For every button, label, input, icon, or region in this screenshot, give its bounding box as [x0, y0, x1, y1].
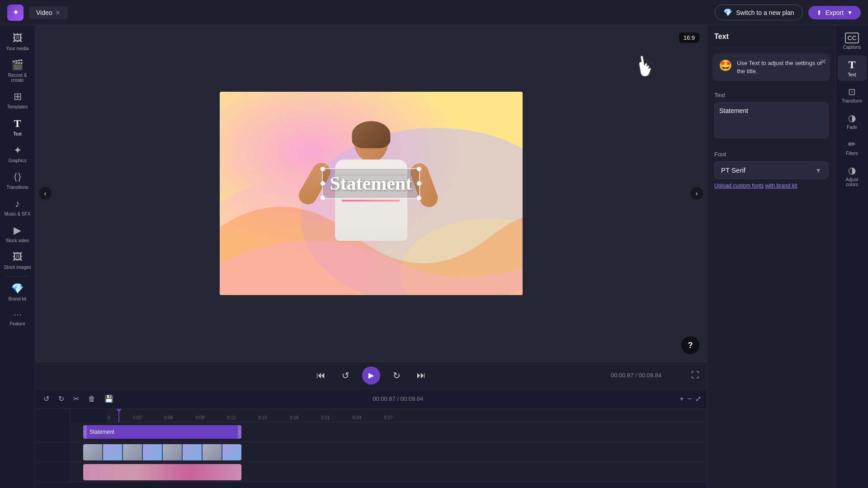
- text-overlay-content: Statement: [330, 173, 412, 194]
- fullscreen-button[interactable]: ⛶: [691, 371, 699, 380]
- your-media-icon: 🖼: [13, 33, 23, 44]
- zoom-in-button[interactable]: +: [679, 395, 684, 403]
- sidebar-item-transform[interactable]: ⊡ Transform: [838, 83, 867, 107]
- transform-label: Transform: [842, 99, 862, 103]
- font-section: Font PT Serif ▼ Upload custom fonts with…: [707, 145, 835, 194]
- sidebar-item-text[interactable]: T Text: [2, 114, 33, 140]
- text-clip-handle-left[interactable]: ⋮: [83, 425, 87, 439]
- graphics-icon: ✦: [14, 145, 22, 156]
- text-underline-decoration: [342, 200, 400, 202]
- transform-icon: ⊡: [848, 86, 856, 97]
- video-thumb-2: [103, 444, 122, 460]
- rewind-button[interactable]: ↺: [338, 368, 353, 383]
- switch-plan-label: Switch to a new plan: [736, 9, 794, 16]
- handle-bottom-left[interactable]: [321, 196, 325, 200]
- video-preview: Statement: [220, 92, 523, 295]
- music-sfx-label: Music & SFX: [5, 211, 31, 216]
- canvas-container: 16:9 ‹ ›: [35, 25, 707, 361]
- skip-forward-button[interactable]: ⏭: [413, 368, 429, 382]
- track-label-video: [35, 442, 71, 462]
- brand-kit-icon: 💎: [11, 283, 24, 295]
- tooltip-emoji: 🤩: [719, 59, 732, 72]
- canvas-nav-right[interactable]: ›: [690, 187, 703, 200]
- text-input[interactable]: Statement: [714, 102, 828, 138]
- tooltip-close-button[interactable]: ✕: [821, 57, 826, 66]
- handle-top-left[interactable]: [321, 167, 325, 171]
- handle-middle-left[interactable]: [321, 181, 325, 186]
- text-overlay-box[interactable]: Statement: [322, 168, 420, 199]
- video-thumb-8: [222, 444, 241, 460]
- sidebar-divider: [6, 276, 29, 277]
- canvas-nav-left[interactable]: ‹: [39, 187, 52, 200]
- tab-close-icon[interactable]: ✕: [55, 9, 61, 16]
- track-label-text: [35, 422, 71, 442]
- sidebar-item-captions[interactable]: CC Captions: [838, 29, 867, 53]
- sidebar-item-stock-images[interactable]: 🖼 Stock images: [2, 248, 33, 273]
- font-value: PT Serif: [721, 166, 745, 174]
- fade-label: Fade: [847, 125, 857, 130]
- timeline-save-button[interactable]: 💾: [102, 393, 116, 405]
- sidebar-item-graphics[interactable]: ✦ Graphics: [2, 141, 33, 167]
- handle-top-right[interactable]: [417, 167, 421, 171]
- sidebar-item-templates[interactable]: ⊞ Templates: [2, 87, 33, 113]
- controls-bar: ⏮ ↺ ▶ ↻ ⏭ 00:00.87 / 00:09.84 ⛶ ▲: [35, 361, 707, 389]
- tab-video[interactable]: Video ✕: [29, 6, 68, 19]
- record-create-label: Record &create: [8, 73, 27, 83]
- video-clip[interactable]: [83, 444, 241, 460]
- font-dropdown-arrow: ▼: [815, 167, 821, 174]
- templates-icon: ⊞: [14, 91, 22, 103]
- switch-plan-button[interactable]: 💎 Switch to a new plan: [715, 5, 802, 20]
- sidebar-item-fade[interactable]: ◑ Fade: [838, 109, 867, 133]
- sidebar-item-your-media[interactable]: 🖼 Your media: [2, 29, 33, 55]
- zoom-out-button[interactable]: −: [688, 395, 692, 403]
- timeline-cut-button[interactable]: ✂: [71, 393, 82, 405]
- video-thumb-5: [163, 444, 182, 460]
- text-clip-handle-right[interactable]: ⋮: [238, 425, 241, 439]
- sidebar-item-adjust-colors[interactable]: ◑ Adjust colors: [838, 161, 867, 191]
- music-sfx-icon: ♪: [15, 198, 20, 210]
- fade-icon: ◑: [848, 113, 856, 123]
- track-row-video: [35, 442, 707, 462]
- your-media-label: Your media: [6, 46, 28, 51]
- timeline-undo-button[interactable]: ↺: [41, 393, 52, 405]
- video-thumb-4: [143, 444, 162, 460]
- playhead: [118, 409, 119, 422]
- left-sidebar: 🖼 Your media 🎬 Record &create ⊞ Template…: [0, 25, 35, 488]
- background-clip[interactable]: [83, 464, 241, 480]
- timeline-tracks: ⋮ Statement ⋮: [35, 422, 707, 488]
- sidebar-item-text-tool[interactable]: T Text: [838, 55, 867, 81]
- sidebar-item-transitions[interactable]: ⟨⟩ Transitions: [2, 168, 33, 193]
- text-sidebar-label: Text: [13, 131, 21, 136]
- video-tab-label: Video: [36, 9, 52, 16]
- font-select-dropdown[interactable]: PT Serif ▼: [714, 161, 828, 179]
- right-panel: Text 🤩 Use Text to adjust the settings o…: [707, 25, 835, 488]
- time-display: 00:00.87 / 00:09.84: [611, 372, 661, 379]
- track-row-text: ⋮ Statement ⋮: [35, 422, 707, 442]
- tooltip-text: Use Text to adjust the settings of the t…: [737, 59, 824, 75]
- skip-back-button[interactable]: ⏮: [313, 368, 329, 382]
- handle-bottom-right[interactable]: [417, 196, 421, 200]
- sidebar-item-filters[interactable]: ✏ Filters: [838, 135, 867, 160]
- right-panel-title: Text: [714, 33, 729, 40]
- play-button[interactable]: ▶: [362, 366, 380, 385]
- graphics-label: Graphics: [8, 158, 26, 163]
- sidebar-item-brand-kit[interactable]: 💎 Brand kit: [2, 279, 33, 305]
- sidebar-item-record-create[interactable]: 🎬 Record &create: [2, 56, 33, 86]
- templates-label: Templates: [7, 104, 28, 109]
- stock-images-label: Stock images: [4, 265, 31, 270]
- font-section-label: Font: [714, 151, 828, 158]
- sidebar-item-music-sfx[interactable]: ♪ Music & SFX: [2, 194, 33, 220]
- sidebar-item-feature[interactable]: ⋯ Feature: [2, 306, 33, 330]
- timeline-redo-button[interactable]: ↻: [56, 393, 67, 405]
- captions-icon: CC: [845, 33, 859, 43]
- handle-middle-right[interactable]: [417, 181, 421, 186]
- export-button[interactable]: ⬆ Export ▼: [808, 6, 861, 19]
- sidebar-item-stock-video[interactable]: ▶ Stock video: [2, 221, 33, 247]
- timeline-time-display: 00:00.87 / 00:09.84: [373, 395, 423, 402]
- help-button[interactable]: ?: [681, 336, 699, 354]
- forward-button[interactable]: ↻: [389, 368, 404, 383]
- timeline-delete-button[interactable]: 🗑: [85, 393, 98, 405]
- expand-timeline-button[interactable]: ⤢: [695, 394, 701, 403]
- upload-fonts-link-text[interactable]: Upload custom fonts: [714, 183, 764, 189]
- text-clip[interactable]: ⋮ Statement ⋮: [83, 425, 241, 439]
